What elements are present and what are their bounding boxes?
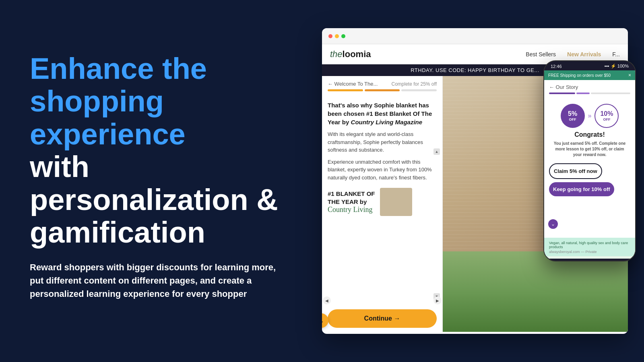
nav-best-sellers[interactable]: Best Sellers xyxy=(526,51,556,58)
phone-mockup: 12:46 ▪▪▪ ⚡ 100% FREE Shipping on orders… xyxy=(543,60,636,261)
reward-circle-5: 5% OFF xyxy=(561,104,585,128)
body-text-1: With its elegant style and world-class c… xyxy=(328,130,437,154)
phone-pb-2 xyxy=(576,93,590,94)
logo-the: the xyxy=(330,49,343,59)
headline-blue: Enhance the shopping experience xyxy=(30,52,207,151)
sidebar-main-text: That's also why Sophie blanket has been … xyxy=(328,101,437,126)
phone-bottom-text: Vegan, all natural, high quality sex and… xyxy=(549,241,630,249)
phone-pb-3 xyxy=(591,93,630,94)
browser-dots xyxy=(328,34,345,38)
continue-button[interactable]: Continue → xyxy=(328,309,437,328)
country-living-logo: Country Living xyxy=(328,206,375,214)
circle-arrow-icon: » xyxy=(588,112,592,119)
nav-new-arrivals[interactable]: New Arrivals xyxy=(567,51,601,58)
progress-bar-1 xyxy=(328,89,363,91)
sidebar-panel: ← Welcome To The... Complete for 25% off… xyxy=(322,76,443,332)
subtext: Reward shoppers with bigger discounts fo… xyxy=(30,261,279,300)
phone-bottom-strip: Vegan, all natural, high quality sex and… xyxy=(544,238,635,256)
nav-links: Best Sellers New Arrivals F... xyxy=(526,51,620,58)
headline-white: with personalization & gamification xyxy=(30,150,278,249)
dot-red xyxy=(328,34,332,38)
phone-status-bar: 12:46 ▪▪▪ ⚡ 100% xyxy=(544,61,635,70)
body-text-2: Experience unmatched comfort with this b… xyxy=(328,158,437,182)
sidebar-header: ← Welcome To The... Complete for 25% off xyxy=(322,76,442,89)
reward-circles: 5% OFF » 10% OFF xyxy=(544,98,635,131)
headline: Enhance the shopping experience with per… xyxy=(30,52,303,249)
congrats-subtext: You just earned 5% off. Complete one mor… xyxy=(544,141,635,158)
congrats-bold: 10% off, xyxy=(592,147,607,151)
circle-10-pct: 10% xyxy=(600,110,613,117)
phone-content: ← Our Story 5% OFF » 10% xyxy=(544,80,635,256)
claim-button[interactable]: Claim 5% off now xyxy=(549,163,602,179)
keep-going-button[interactable]: Keep going for 10% off xyxy=(549,182,614,196)
blanket-award: #1 BLANKET OF THE YEAR by Country Living xyxy=(328,188,437,216)
phone-url: alwaysberoyal.com — Private xyxy=(549,250,630,254)
award-image xyxy=(380,188,412,216)
shipping-close-icon[interactable]: × xyxy=(628,72,631,78)
phone-screen: FREE Shipping on orders over $50 × ← Our… xyxy=(544,70,635,259)
award-line2: THE YEAR by xyxy=(328,198,375,206)
sidebar-complete: Complete for 25% off xyxy=(391,81,437,87)
sidebar-body: That's also why Sophie blanket has been … xyxy=(322,96,442,320)
phone-back-label[interactable]: ← Our Story xyxy=(549,84,578,90)
logo-loomia: loomia xyxy=(343,49,371,59)
phone-time: 12:46 xyxy=(551,64,562,69)
phone-back-row: ← Our Story xyxy=(544,80,635,93)
circle-5-pct: 5% xyxy=(568,110,577,117)
left-section: Enhance the shopping experience with per… xyxy=(30,52,303,300)
shipping-text: FREE Shipping on orders over $50 xyxy=(548,73,611,78)
progress-bars xyxy=(322,89,442,96)
reward-circle-10: 10% OFF xyxy=(594,104,619,128)
phone-chevron-icon[interactable]: ⌄ xyxy=(548,219,558,229)
bottom-content-area: Blank xyxy=(443,251,628,332)
progress-bar-3 xyxy=(401,89,437,91)
main-text-italic: Country Living Magazine xyxy=(351,119,423,125)
progress-bar-2 xyxy=(365,89,400,91)
congrats-title: Congrats! xyxy=(544,131,635,138)
sidebar-scroll-up[interactable]: ▲ xyxy=(433,148,440,155)
sidebar-back[interactable]: ← Welcome To The... xyxy=(328,81,378,87)
browser-topbar xyxy=(322,28,628,44)
site-logo: theloomia xyxy=(330,49,371,60)
circle-10-label: OFF xyxy=(603,117,610,122)
right-section: theloomia Best Sellers New Arrivals F...… xyxy=(322,28,644,334)
nav-more[interactable]: F... xyxy=(612,51,620,58)
dot-green xyxy=(341,34,345,38)
phone-signal: ▪▪▪ ⚡ 100% xyxy=(605,64,629,69)
sidebar-left-arrow[interactable]: ◀ xyxy=(323,296,331,304)
dot-yellow xyxy=(335,34,339,38)
phone-shipping-bar: FREE Shipping on orders over $50 × xyxy=(544,70,635,80)
phone-pb-1 xyxy=(549,93,575,94)
circle-5-label: OFF xyxy=(569,117,576,122)
sidebar-right-arrow[interactable]: ▶ xyxy=(433,296,442,304)
award-line1: #1 BLANKET OF xyxy=(328,190,375,198)
award-text-block: #1 BLANKET OF THE YEAR by Country Living xyxy=(328,190,375,214)
phone-progress-bars xyxy=(544,93,635,98)
